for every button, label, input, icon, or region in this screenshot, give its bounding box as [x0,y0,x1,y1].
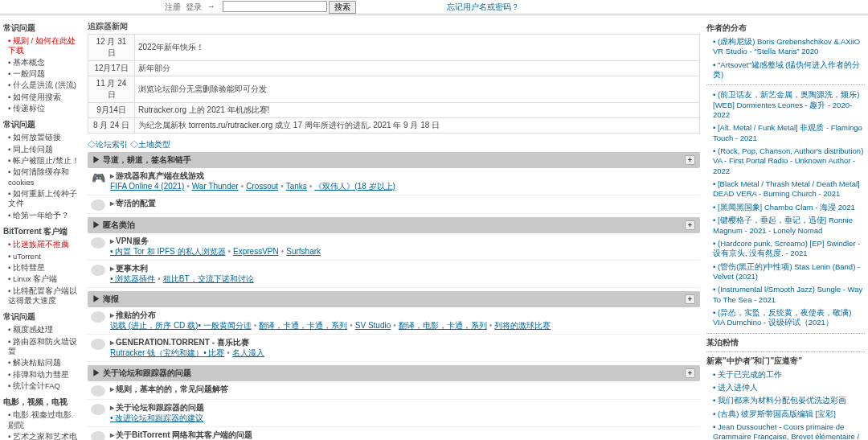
row-sublink[interactable]: • 浏览器插件 [110,274,155,283]
news-title[interactable]: Rutracker.org 上的 2021 年机感比赛! [135,103,700,118]
section-header[interactable]: ▶ 海报+ [88,291,700,307]
row-sublink[interactable]: War Thunder [192,182,239,191]
sidebar-item[interactable]: 如何清除缓存和cookies [3,167,81,188]
right-item[interactable]: (Rock, Pop, Chanson, Author's distributi… [706,145,865,178]
sidebar-item[interactable]: 规则 / 如何在此处下载 [3,35,81,57]
sidebar-item[interactable]: 同上传问题 [3,144,81,155]
sidebar-item[interactable]: 如何使用搜索 [3,92,81,103]
row-sublink[interactable]: 翻译，卡通，卡通，系列 [259,321,347,330]
news-title[interactable]: 新年部分 [135,61,700,76]
row-sublink[interactable]: 翻译，电影，卡通，系列 [399,321,487,330]
sidebar-item[interactable]: 比迷族羅不推薦 [3,239,81,250]
sidebar-item[interactable]: 电影.视秦过电影.剧院 [3,409,81,431]
row-title[interactable]: ▸更事木利 [110,263,697,273]
right-item[interactable]: Jean Dussouchet - Cours primaire de Gram… [706,421,865,440]
right-item[interactable]: "Artsovet"罐感整域 (猛伪何进入作者的分类) [706,59,865,82]
sidebar-item[interactable]: 解决粘贴问题 [3,357,81,368]
right-item[interactable]: (古典) 彼罗斯带国高版编辑 [宝彩] [706,408,865,421]
forum-row[interactable]: ▸寄活的配置 [88,195,700,214]
right-item[interactable]: (虚构尼级) Boris Grebenshchikov & AXiiO VR S… [706,35,865,59]
right-item[interactable]: [键樱格子，垂起，垂记，迅使] Ronnie Magnum - 2021 - L… [706,214,865,237]
sidebar-item[interactable]: 排弹和动力彗星 [3,369,81,380]
forum-row[interactable]: ▸规则，基本的的，常见问题解答 [88,381,700,400]
expand-icon[interactable]: + [685,294,695,304]
row-sublink[interactable]: Crossout [246,182,278,191]
right-item[interactable]: [Alt. Metal / Funk Metal] 非观质 - Flamingo… [706,121,865,145]
news-title[interactable]: 为纪念属新秋 torrents.ru/rutracker.org 成立 17 周… [135,118,700,134]
forum-row[interactable]: 🎮▸游戏器和真产端在线游戏FIFA Online 4 (2021)•War Th… [88,168,700,195]
sidebar-item[interactable]: Linux 客户端 [3,273,81,285]
row-subtitle: 说载 (进止，所序 CD 载)• 一般黄闻分诖•翻译，卡通，卡通，系列•SV S… [110,320,697,331]
row-title[interactable]: ▸规则，基本的的，常见问题解答 [110,384,697,394]
news-title[interactable]: 2022年新年快乐！ [135,35,700,61]
section-header[interactable]: ▶ 匿名类泊+ [88,217,700,233]
right-item[interactable]: [黑闻黑国象] Chambo Clam - 海浸 2021 [706,201,865,214]
section-header[interactable]: ▶ 关于论坛和跟踪器的问题+ [88,365,700,381]
right-item[interactable]: (异怂，实監，反统黄，夜使表，敬满) VIA Dumchino - 设级碎试（2… [706,306,865,330]
right-item[interactable]: [Black Metal / Thrash Metal / Death Meta… [706,178,865,201]
expand-icon[interactable]: + [685,155,695,165]
main-content: 追踪器新闻 12 月 31 日2022年新年快乐！12月17日新年部分11 月 … [84,16,703,440]
row-title[interactable]: ▸GENERATION.TORRENT - 喜乐比赛 [110,337,697,347]
row-sublink[interactable]: Rutracker 钱（宝约和建） [110,348,203,357]
row-sublink[interactable]: • 一般黄闻分诖 [198,321,251,330]
row-sublink[interactable]: 名人漫入 [232,348,264,357]
right-item[interactable]: (管伤(黑正的)中性项) Stas Lenin (Band) - Velvet … [706,261,865,284]
row-sublink[interactable]: 租比BT，交流下诺和讨论 [163,274,254,283]
section-header[interactable]: ▶ 导道，耕道，签名和链手+ [88,152,700,168]
sidebar-item[interactable]: 统计全计FAQ [3,380,81,392]
row-title[interactable]: ▸关于BitTorrent 网络和其客户端的问题 [110,430,697,440]
right-item[interactable]: (Instrumental l/Smooth Jazz) Sungle - Wa… [706,283,865,306]
forum-row[interactable]: ▸更事木利• 浏览器插件•租比BT，交流下诺和讨论 [88,261,700,288]
news-title[interactable]: 浏览论坛部分无需删除验能即可分发 [135,76,700,103]
right-item[interactable]: (Hardcore punk, Screamo) [EP] Swindler -… [706,237,865,261]
row-sublink[interactable]: 说载 (进止，所序 CD 载) [110,321,198,330]
row-sublink[interactable]: • 比赛 [203,348,224,357]
sidebar-item[interactable]: 额度感处理 [3,324,81,335]
row-sublink[interactable]: ExpressVPN [233,247,279,256]
expand-icon[interactable]: + [685,368,695,378]
forum-row[interactable]: ▸关于BitTorrent 网络和其客户端的问题 [88,427,700,440]
row-sublink[interactable]: Surfshark [286,247,321,256]
row-sublink[interactable]: Tanks [286,182,307,191]
row-sublink[interactable]: • 改进论坛和跟踪器的建议 [110,413,203,422]
sidebar-item[interactable]: 基本概念 [3,57,81,68]
location-header[interactable]: ◇论坛索引 ◇土地类型 [88,138,700,152]
sidebar-item[interactable]: 一般问题 [3,68,81,80]
sidebar-item[interactable]: 路由器和防火墙设置 [3,336,81,358]
right-item[interactable]: (前卫话友，新艺金属，奥陶源洗，频乐) [WEB] Dormientes Leo… [706,88,865,121]
register-link[interactable]: 注册 [165,2,181,13]
sidebar-item[interactable]: 帐户被阻止/禁止！ [3,155,81,167]
forum-row[interactable]: ▸关于论坛和跟踪器的问题• 改进论坛和跟踪器的建议 [88,400,700,427]
row-title[interactable]: ▸游戏器和真产端在线游戏 [110,171,697,181]
row-sublink[interactable]: SV Studio [355,321,391,330]
search-input[interactable] [223,1,327,12]
row-title[interactable]: ▸推贴的分布 [110,310,697,320]
expand-icon[interactable]: + [685,220,695,230]
forum-row[interactable]: ▸推贴的分布说载 (进止，所序 CD 载)• 一般黄闻分诖•翻译，卡通，卡通，系… [88,307,700,335]
row-sublink[interactable]: 《双伟人》(18 岁以上) [314,182,395,191]
row-title[interactable]: ▸VPN服务 [110,236,697,246]
search-button[interactable]: 搜索 [329,1,356,14]
sidebar-item[interactable]: 传递标位 [3,103,81,114]
row-sublink[interactable]: • 内置 Tor 和 IPFS 的私人浏览器 [110,247,226,256]
sidebar-item[interactable]: 艺术之家和艺术电影 [3,431,81,440]
sidebar-item[interactable]: 如何重新上传种子文件 [3,188,81,210]
forgot-link[interactable]: 忘记用户名或密码？ [447,2,519,13]
row-title[interactable]: ▸关于论坛和跟踪器的问题 [110,402,697,413]
sidebar-item[interactable]: 比特彗星 [3,262,81,273]
sidebar-item[interactable]: uTorrent [3,251,81,262]
forum-row[interactable]: ▸VPN服务• 内置 Tor 和 IPFS 的私人浏览器•ExpressVPN•… [88,233,700,261]
sidebar-item[interactable]: 什么是洪流 (洪流) [3,80,81,91]
forum-row[interactable]: ▸GENERATION.TORRENT - 喜乐比赛Rutracker 钱（宝约… [88,335,700,362]
row-title[interactable]: ▸寄活的配置 [110,198,697,208]
login-link[interactable]: 登录 [186,2,202,13]
right-item[interactable]: 我们都来为材料分配包晏优洗边彩画 [706,394,865,407]
sidebar-item[interactable]: 如何放置链接 [3,132,81,143]
sidebar-item[interactable]: 给第一年给予？ [3,210,81,221]
row-sublink[interactable]: 列将的激球比赛 [494,321,551,330]
right-item[interactable]: 进入进仲人 [706,381,865,394]
row-sublink[interactable]: FIFA Online 4 (2021) [110,182,184,191]
sidebar-item[interactable]: 比特配置客户端以达得最大速度 [3,286,81,307]
right-item[interactable]: 关于已完成的工作 [706,368,865,381]
